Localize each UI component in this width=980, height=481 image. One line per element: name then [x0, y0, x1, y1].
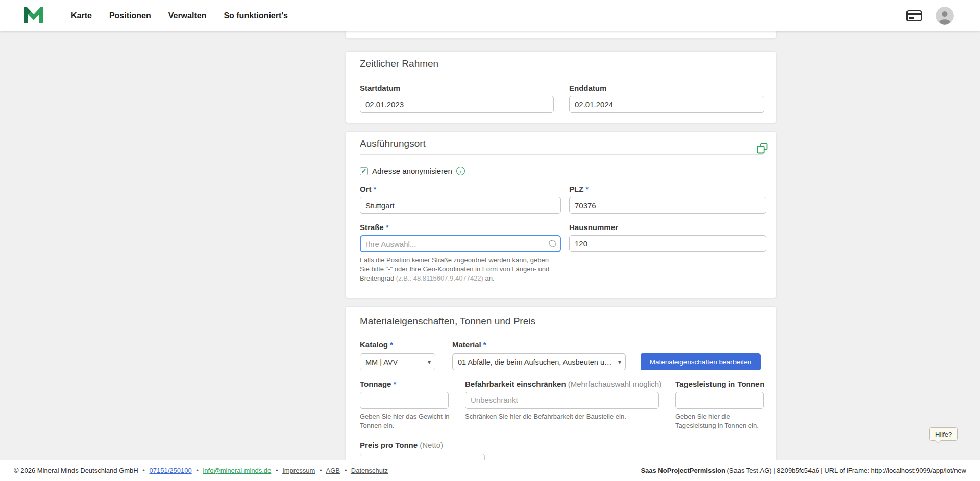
plz-label: PLZ* [569, 185, 589, 193]
required-asterisk: * [585, 185, 589, 193]
ort-input[interactable] [360, 197, 561, 214]
divider [360, 74, 763, 74]
footer-email-link[interactable]: info@mineral-minds.de [203, 467, 271, 474]
katalog-label: Katalog* [360, 340, 393, 349]
card-ausfuehrungsort: Ausführungsort ✓ Adresse anonymisieren i… [345, 131, 777, 298]
strasse-field [360, 235, 561, 252]
mineral-minds-logo-icon [23, 7, 44, 25]
chevron-down-icon: ▾ [618, 359, 621, 366]
tagesleistung-label: Tagesleistung in Tonnen [675, 379, 764, 388]
card-materialeigenschaften: Materialeigenschaften, Tonnen und Preis … [345, 306, 777, 481]
strasse-label: Straße* [360, 223, 389, 232]
footer-right: Saas NoProjectPermission (Saas Test AG) … [641, 467, 966, 474]
card-title-ausfuehrungsort: Ausführungsort [360, 138, 426, 149]
required-asterisk: * [483, 340, 486, 349]
footer: © 2026 Mineral Minds Deutschland GmbH • … [0, 460, 980, 481]
card-title-zeitlicher-rahmen: Zeitlicher Rahmen [360, 58, 438, 69]
strasse-input[interactable] [360, 235, 561, 252]
startdatum-label: Startdatum [360, 84, 400, 92]
footer-impressum-link[interactable]: Impressum [282, 467, 315, 474]
tagesleistung-helper-text: Geben Sie hier die Tagesleistung in Tonn… [675, 412, 770, 431]
tagesleistung-input[interactable] [675, 392, 764, 409]
loading-spinner-icon [549, 240, 556, 247]
katalog-select[interactable]: MM | AVV ▾ [360, 353, 435, 370]
enddatum-label: Enddatum [569, 84, 606, 92]
required-asterisk: * [390, 340, 393, 349]
tonnage-label: Tonnage* [360, 379, 396, 388]
footer-left: © 2026 Mineral Minds Deutschland GmbH • … [14, 467, 388, 474]
strasse-helper-text: Falls die Position keiner Straße zugeord… [360, 256, 558, 283]
chevron-down-icon: ▾ [428, 359, 431, 366]
footer-tenant-name: Saas NoProjectPermission [641, 467, 725, 474]
required-asterisk: * [374, 185, 377, 193]
info-icon[interactable]: i [456, 167, 465, 175]
top-navbar: Karte Positionen Verwalten So funktionie… [0, 0, 980, 31]
befahrbarkeit-input[interactable] [465, 392, 659, 409]
footer-datenschutz-link[interactable]: Datenschutz [351, 467, 388, 474]
plz-input[interactable] [569, 197, 766, 214]
hausnummer-label: Hausnummer [569, 223, 618, 232]
required-asterisk: * [393, 379, 396, 388]
check-icon: ✓ [361, 167, 367, 175]
tonnage-input[interactable] [360, 392, 449, 409]
help-button[interactable]: Hilfe? [929, 427, 958, 441]
material-label: Material* [452, 340, 486, 349]
required-asterisk: * [386, 223, 389, 232]
ort-label: Ort* [360, 185, 376, 193]
divider [360, 332, 763, 332]
anonymize-row: ✓ Adresse anonymisieren i [360, 167, 465, 175]
tonnage-helper-text: Geben Sie hier das Gewicht in Tonnen ein… [360, 412, 454, 431]
app-logo[interactable] [23, 7, 44, 25]
nav-verwalten[interactable]: Verwalten [168, 11, 207, 20]
footer-phone-link[interactable]: 07151/250100 [150, 467, 192, 474]
main-nav: Karte Positionen Verwalten So funktionie… [71, 11, 288, 20]
user-avatar[interactable] [936, 7, 954, 25]
person-icon [936, 7, 954, 25]
materialeigenschaften-bearbeiten-button[interactable]: Materialeigenschaften bearbeiten [641, 353, 761, 370]
material-select[interactable]: 01 Abfälle, die beim Aufsuchen, Ausbeute… [452, 353, 626, 370]
card-title-materialeigenschaften: Materialeigenschaften, Tonnen und Preis [360, 316, 535, 327]
nav-karte[interactable]: Karte [71, 11, 92, 20]
anonymize-checkbox[interactable]: ✓ [360, 167, 368, 175]
preis-pro-tonne-label: Preis pro Tonne (Netto) [360, 441, 443, 449]
navbar-actions [906, 7, 954, 25]
nav-so-funktionierts[interactable]: So funktioniert's [224, 11, 288, 20]
footer-meta-text: (Saas Test AG) | 8209b5fc54a6 | URL of i… [725, 467, 966, 474]
footer-agb-link[interactable]: AGB [326, 467, 340, 474]
befahrbarkeit-helper-text: Schränken Sie hier die Befahrbarkeit der… [465, 412, 659, 421]
hausnummer-input[interactable] [569, 235, 766, 252]
nav-positionen[interactable]: Positionen [109, 11, 151, 20]
credit-card-icon[interactable] [906, 10, 922, 21]
card-zeitlicher-rahmen: Zeitlicher Rahmen Startdatum Enddatum [345, 51, 777, 123]
anonymize-label: Adresse anonymisieren [372, 167, 452, 175]
befahrbarkeit-label: Befahrbarkeit einschränken (Mehrfachausw… [465, 379, 662, 388]
divider [360, 154, 763, 155]
enddatum-input[interactable] [569, 96, 764, 113]
footer-copyright: © 2026 Mineral Minds Deutschland GmbH [14, 467, 138, 474]
startdatum-input[interactable] [360, 96, 554, 113]
